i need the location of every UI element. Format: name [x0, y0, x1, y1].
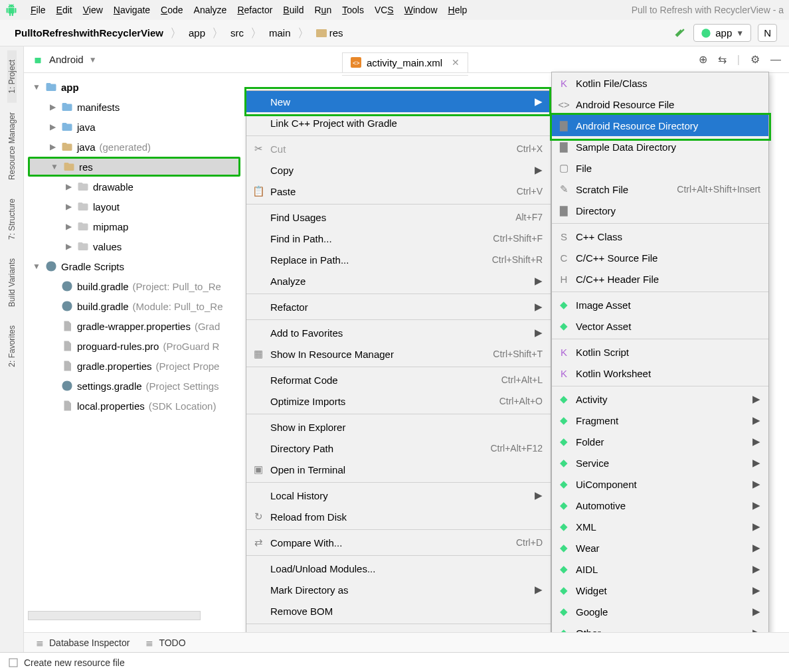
- menu-item[interactable]: ◆Service▶: [552, 452, 768, 473]
- menu-item[interactable]: KKotlin File/Class: [552, 72, 768, 94]
- menu-item[interactable]: ◆Widget▶: [552, 580, 768, 601]
- menu-item[interactable]: Local History▶: [246, 485, 551, 506]
- menu-item[interactable]: ▇Directory: [552, 200, 768, 221]
- menu-item[interactable]: ◆Automotive▶: [552, 495, 768, 516]
- menu-item[interactable]: Replace in Path...Ctrl+Shift+R: [246, 249, 551, 270]
- menu-item[interactable]: ▣Open in Terminal: [246, 459, 551, 480]
- sidebar-tab[interactable]: Resource Manager: [7, 103, 17, 189]
- collapse-icon[interactable]: ⇆: [718, 53, 727, 66]
- menu-item[interactable]: ◆Wear▶: [552, 537, 768, 558]
- menu-item[interactable]: Add to Favorites▶: [246, 322, 551, 343]
- locate-icon[interactable]: ⊕: [699, 53, 707, 66]
- menu-item[interactable]: Remove BOM: [246, 600, 551, 622]
- menu-item[interactable]: ◆Folder▶: [552, 431, 768, 452]
- menu-refactor[interactable]: Refactor: [232, 2, 278, 18]
- menu-item[interactable]: ↻Reload from Disk: [246, 506, 551, 527]
- tree-node[interactable]: local.properties (SDK Location): [28, 396, 240, 416]
- menu-item[interactable]: HC/C++ Header File: [552, 268, 768, 290]
- sidebar-tab[interactable]: 7: Structure: [7, 189, 17, 249]
- breadcrumb-item[interactable]: PulltoRefreshwithRecyclerView: [12, 26, 166, 40]
- menu-item[interactable]: Directory PathCtrl+Alt+F12: [246, 438, 551, 459]
- menu-file[interactable]: File: [25, 2, 51, 18]
- menu-item[interactable]: ◆UiComponent▶: [552, 473, 768, 495]
- menu-item[interactable]: ◆Vector Asset: [552, 315, 768, 337]
- menu-item[interactable]: Optimize ImportsCtrl+Alt+O: [246, 390, 551, 412]
- menu-build[interactable]: Build: [278, 2, 309, 18]
- menu-item[interactable]: ◆Google▶: [552, 601, 768, 622]
- tree-node[interactable]: ▼res: [28, 157, 240, 177]
- menu-item[interactable]: <>Android Resource File: [552, 94, 768, 115]
- hide-icon[interactable]: —: [770, 54, 781, 66]
- menu-item[interactable]: Refactor▶: [246, 296, 551, 317]
- menu-item[interactable]: Find in Path...Ctrl+Shift+F: [246, 228, 551, 249]
- tree-node[interactable]: ▶mipmap: [28, 216, 240, 236]
- tree-node[interactable]: build.gradle (Module: Pull_to_Re: [28, 296, 240, 316]
- sidebar-tab[interactable]: 1: Project: [7, 50, 17, 103]
- menu-item[interactable]: Find UsagesAlt+F7: [246, 207, 551, 228]
- menu-item[interactable]: Analyze▶: [246, 270, 551, 292]
- menu-help[interactable]: Help: [443, 2, 473, 18]
- tree-node[interactable]: ▶manifests: [28, 97, 240, 117]
- tree-node[interactable]: ▶values: [28, 236, 240, 256]
- build-hammer-icon[interactable]: [673, 27, 687, 40]
- tree-node[interactable]: gradle-wrapper.properties (Grad: [28, 316, 240, 336]
- tree-node[interactable]: ▶java: [28, 117, 240, 137]
- android-logo-icon: [5, 4, 17, 16]
- menu-item[interactable]: SC++ Class: [552, 226, 768, 247]
- menu-item[interactable]: ◆AIDL▶: [552, 558, 768, 580]
- close-icon[interactable]: ✕: [452, 57, 460, 68]
- menu-item[interactable]: Mark Directory as▶: [246, 579, 551, 600]
- sidebar-tab[interactable]: Build Variants: [7, 249, 17, 316]
- project-view-label[interactable]: Android: [49, 54, 84, 65]
- tree-scrollbar[interactable]: [28, 611, 201, 620]
- chevron-down-icon[interactable]: ▼: [89, 55, 97, 64]
- nav-right-button[interactable]: N: [758, 24, 777, 42]
- menu-view[interactable]: View: [78, 2, 108, 18]
- menu-item[interactable]: Copy▶: [246, 159, 551, 181]
- menu-item[interactable]: ✎Scratch FileCtrl+Alt+Shift+Insert: [552, 179, 768, 200]
- tree-node[interactable]: ▶layout: [28, 197, 240, 216]
- breadcrumb-item[interactable]: res: [313, 26, 346, 40]
- bottom-tab[interactable]: ≣Database Inspector: [36, 637, 130, 648]
- breadcrumb-item[interactable]: main: [266, 26, 294, 40]
- menu-item[interactable]: KKotlin Worksheet: [552, 363, 768, 384]
- menu-item[interactable]: ⇄Compare With...Ctrl+D: [246, 532, 551, 553]
- menu-item[interactable]: Show in Explorer: [246, 416, 551, 438]
- tree-node[interactable]: ▶drawable: [28, 177, 240, 197]
- menu-edit[interactable]: Edit: [51, 2, 78, 18]
- menu-item[interactable]: ◆Fragment▶: [552, 410, 768, 431]
- menu-vcs[interactable]: VCS: [369, 2, 399, 18]
- settings-icon[interactable]: ⚙: [750, 53, 760, 66]
- run-config-dropdown[interactable]: app ▼: [693, 24, 751, 42]
- svg-rect-4: [9, 659, 17, 667]
- tree-node[interactable]: ▼Gradle Scripts: [28, 256, 240, 276]
- menu-analyze[interactable]: Analyze: [189, 2, 232, 18]
- menu-item[interactable]: Load/Unload Modules...: [246, 558, 551, 579]
- menu-item[interactable]: KKotlin Script: [552, 341, 768, 363]
- menu-item[interactable]: 📋PasteCtrl+V: [246, 181, 551, 202]
- tree-node[interactable]: settings.gradle (Project Settings: [28, 376, 240, 396]
- editor-tab[interactable]: <> activity_main.xml ✕: [342, 49, 468, 76]
- menu-item[interactable]: ▢File: [552, 157, 768, 179]
- menu-navigate[interactable]: Navigate: [108, 2, 155, 18]
- menu-window[interactable]: Window: [399, 2, 443, 18]
- tree-node[interactable]: build.gradle (Project: Pull_to_Re: [28, 276, 240, 296]
- menu-item[interactable]: CC/C++ Source File: [552, 247, 768, 268]
- menu-item[interactable]: ✂CutCtrl+X: [246, 138, 551, 159]
- tree-node[interactable]: ▼app: [28, 77, 240, 97]
- tree-node[interactable]: ▶java (generated): [28, 137, 240, 157]
- menu-item[interactable]: Reformat CodeCtrl+Alt+L: [246, 369, 551, 390]
- tree-node[interactable]: gradle.properties (Project Prope: [28, 356, 240, 376]
- menu-tools[interactable]: Tools: [337, 2, 369, 18]
- menu-item[interactable]: ▦Show In Resource ManagerCtrl+Shift+T: [246, 343, 551, 365]
- tree-node[interactable]: proguard-rules.pro (ProGuard R: [28, 336, 240, 356]
- breadcrumb-item[interactable]: src: [228, 26, 246, 40]
- menu-item[interactable]: ◆Image Asset: [552, 294, 768, 315]
- menu-item[interactable]: ◆Activity▶: [552, 388, 768, 410]
- menu-code[interactable]: Code: [155, 2, 188, 18]
- sidebar-tab[interactable]: 2: Favorites: [7, 316, 17, 377]
- breadcrumb-item[interactable]: app: [186, 26, 208, 40]
- menu-run[interactable]: Run: [309, 2, 337, 18]
- bottom-tab[interactable]: ≣TODO: [145, 637, 185, 648]
- menu-item[interactable]: ◆XML▶: [552, 516, 768, 537]
